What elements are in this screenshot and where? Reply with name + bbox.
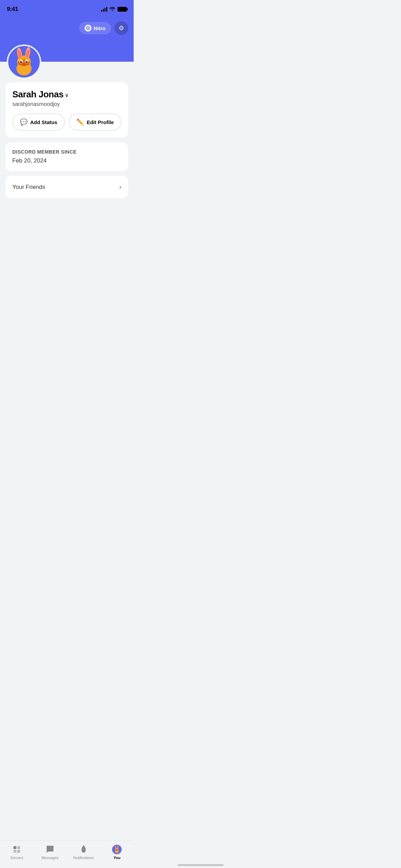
edit-profile-button[interactable]: ✏️ Edit Profile [69,113,121,131]
chat-bubble-icon: 💬 [20,118,27,126]
profile-card: Sarah Jonas ∨ sarahjonasmoodjoy 💬 Add St… [5,82,128,137]
profile-name-chevron: ∨ [65,92,69,98]
signal-icon [101,7,107,12]
add-status-button[interactable]: 💬 Add Status [12,113,65,131]
svg-point-1 [87,27,89,29]
pencil-icon: ✏️ [76,118,84,126]
status-time: 9:41 [7,6,18,13]
chevron-right-icon: › [119,183,121,191]
header-actions: Nitro ⚙ [79,21,128,35]
add-status-label: Add Status [30,119,57,125]
member-since-date: Feb 20, 2024 [12,157,121,164]
svg-rect-17 [19,61,29,64]
nitro-button[interactable]: Nitro [79,22,111,34]
member-since-label: Discord Member Since [12,149,121,155]
avatar [7,45,41,79]
friends-label: Your Friends [12,184,45,191]
edit-profile-label: Edit Profile [87,119,114,125]
header-banner: Nitro ⚙ [0,17,134,62]
profile-username: sarahjonasmoodjoy [12,101,121,107]
member-card: Discord Member Since Feb 20, 2024 [5,142,128,171]
status-icons [101,7,127,12]
settings-icon: ⚙ [119,24,124,32]
profile-name-row: Sarah Jonas ∨ [12,89,121,100]
settings-button[interactable]: ⚙ [114,21,128,35]
nitro-label: Nitro [94,25,106,31]
friends-card[interactable]: Your Friends › [5,176,128,198]
battery-icon [118,7,127,12]
wifi-icon [109,7,116,12]
content: Sarah Jonas ∨ sarahjonasmoodjoy 💬 Add St… [0,82,134,232]
profile-actions: 💬 Add Status ✏️ Edit Profile [12,113,121,131]
avatar-container [7,45,41,79]
status-bar: 9:41 [0,0,134,17]
profile-display-name: Sarah Jonas [12,89,63,100]
nitro-icon [85,25,92,32]
